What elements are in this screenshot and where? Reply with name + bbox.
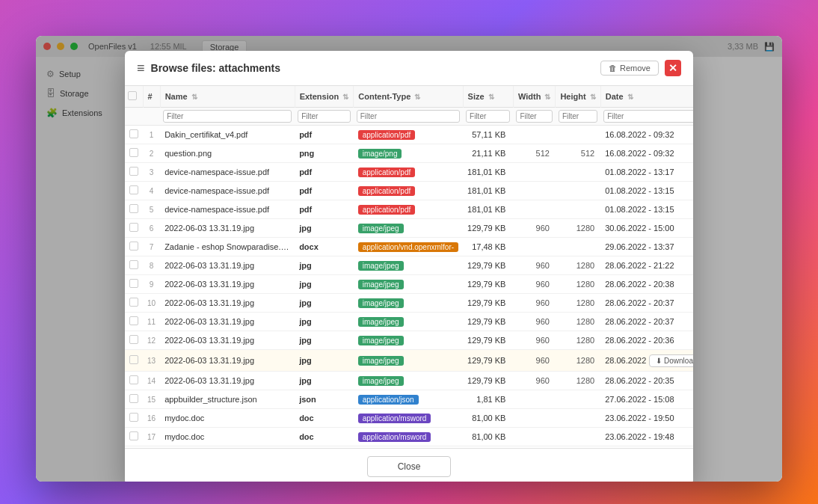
- ext-value: jpg: [299, 317, 312, 326]
- remove-icon: 🗑: [609, 64, 617, 73]
- modal-header-actions: 🗑 Remove ✕: [600, 60, 681, 76]
- modal-title-text: Browse files: attachments: [151, 62, 281, 74]
- footer-close-button[interactable]: Close: [367, 456, 452, 477]
- row-content-type: image/jpeg: [354, 219, 463, 238]
- content-type-badge: image/jpeg: [358, 224, 404, 233]
- table-row: 132022-06-03 13.31.19.jpgjpgimage/jpeg12…: [141, 350, 693, 372]
- content-type-badge: image/jpeg: [358, 356, 404, 366]
- content-type-badge: image/jpeg: [358, 336, 404, 345]
- col-width[interactable]: Width ⇅: [513, 86, 556, 108]
- modal-dialog: ≡ Browse files: attachments 🗑 Remove ✕: [141, 57, 693, 482]
- table-row: 3device-namespace-issue.pdfpdfapplicatio…: [141, 163, 693, 182]
- row-content-type: image/jpeg: [354, 331, 463, 350]
- row-content-type: image/jpeg: [354, 275, 463, 294]
- row-content-type: image/jpeg: [354, 313, 463, 331]
- table-container[interactable]: # Name ⇅ Extension ⇅ Content-Type ⇅ Size…: [141, 86, 693, 448]
- row-num: 8: [143, 256, 160, 275]
- row-name: 2022-06-03 13.31.19.jpg: [160, 350, 295, 372]
- row-num: 5: [143, 200, 160, 219]
- table-row: 142022-06-03 13.31.19.jpgjpgimage/jpeg12…: [141, 372, 693, 390]
- row-date: 30.06.2022 - 15:00: [600, 219, 693, 238]
- row-width: [513, 126, 556, 144]
- col-height[interactable]: Height ⇅: [556, 86, 600, 108]
- filter-date[interactable]: [603, 110, 693, 123]
- row-content-type: image/jpeg: [354, 294, 463, 313]
- download-button[interactable]: ⬇ Download: [649, 354, 693, 367]
- row-size: 181,01 KB: [463, 163, 513, 182]
- col-date[interactable]: Date ⇅: [600, 86, 693, 108]
- row-name: device-namespace-issue.pdf: [160, 182, 295, 200]
- row-extension: jpg: [295, 372, 354, 390]
- row-num: 3: [143, 163, 160, 182]
- ext-value: json: [299, 395, 316, 404]
- content-type-badge: application/msword: [358, 432, 431, 442]
- row-num: 15: [143, 390, 160, 409]
- row-width: 960: [513, 331, 556, 350]
- row-num: 4: [143, 182, 160, 200]
- table-row: 7Zadanie - eshop Snowparadise.docxdocxap…: [141, 238, 693, 256]
- row-name: 2022-06-03 13.31.19.jpg: [160, 256, 295, 275]
- col-extension[interactable]: Extension ⇅: [295, 86, 354, 108]
- width-sort-icon: ⇅: [544, 93, 550, 101]
- main-content: ≡ Browse files: attachments 🗑 Remove ✕: [141, 57, 782, 482]
- col-size[interactable]: Size ⇅: [463, 86, 513, 108]
- ext-value: jpg: [299, 356, 312, 365]
- row-width: 960: [513, 313, 556, 331]
- ext-value: docx: [299, 242, 319, 251]
- row-num: 13: [143, 350, 160, 372]
- row-content-type: image/png: [354, 144, 463, 163]
- content-type-badge: image/jpeg: [358, 280, 404, 289]
- ext-value: doc: [299, 414, 314, 422]
- date-text: 28.06.2022: [605, 356, 646, 365]
- filter-height[interactable]: [559, 110, 597, 123]
- row-date: 28.06.2022 - 20:37: [600, 313, 693, 331]
- row-date: 28.06.2022 - 21:22: [600, 256, 693, 275]
- row-size: 129,79 KB: [463, 275, 513, 294]
- content-type-badge: application/json: [358, 395, 419, 405]
- table-row: 15appbuilder_structure.jsonjsonapplicati…: [141, 390, 693, 409]
- row-date: 16.08.2022 - 09:32: [600, 126, 693, 144]
- row-content-type: image/jpeg: [354, 256, 463, 275]
- row-size: 17,48 KB: [463, 238, 513, 256]
- row-extension: jpg: [295, 219, 354, 238]
- filter-extension[interactable]: [298, 110, 351, 123]
- row-size: 129,79 KB: [463, 350, 513, 372]
- row-content-type: application/msword: [354, 409, 463, 428]
- row-name: appbuilder_structure.json: [160, 390, 295, 409]
- row-width: 960: [513, 294, 556, 313]
- row-name: Dakin_certifikat_v4.pdf: [160, 126, 295, 144]
- content-type-badge: application/pdf: [358, 168, 416, 177]
- modal-overlay: ≡ Browse files: attachments 🗑 Remove ✕: [141, 57, 782, 482]
- row-width: [513, 390, 556, 409]
- table-row: 92022-06-03 13.31.19.jpgjpgimage/jpeg129…: [141, 275, 693, 294]
- row-width: 960: [513, 256, 556, 275]
- filter-size[interactable]: [466, 110, 510, 123]
- row-size: 81,00 KB: [463, 409, 513, 428]
- row-height: 1280: [556, 256, 600, 275]
- name-sort-icon: ⇅: [191, 93, 197, 101]
- row-size: 81,00 KB: [463, 428, 513, 446]
- col-num: #: [143, 86, 160, 108]
- filter-name[interactable]: [163, 110, 292, 123]
- size-sort-icon: ⇅: [488, 93, 494, 101]
- row-date: 16.08.2022 - 09:32: [600, 144, 693, 163]
- row-name: mydoc.doc: [160, 409, 295, 428]
- row-width: [513, 238, 556, 256]
- remove-button[interactable]: 🗑 Remove: [600, 61, 659, 76]
- row-width: [513, 163, 556, 182]
- row-num: 14: [143, 372, 160, 390]
- row-height: 512: [556, 144, 600, 163]
- modal-close-button[interactable]: ✕: [665, 60, 681, 76]
- ext-value: jpg: [299, 224, 312, 233]
- filter-content-type[interactable]: [357, 110, 460, 123]
- col-name[interactable]: Name ⇅: [160, 86, 295, 108]
- filter-width[interactable]: [516, 110, 553, 123]
- row-extension: jpg: [295, 275, 354, 294]
- modal-header: ≡ Browse files: attachments 🗑 Remove ✕: [141, 57, 693, 86]
- row-size: 129,79 KB: [463, 256, 513, 275]
- row-extension: jpg: [295, 331, 354, 350]
- row-name: Zadanie - eshop Snowparadise.docx: [160, 238, 295, 256]
- ext-value: doc: [299, 432, 314, 441]
- col-content-type[interactable]: Content-Type ⇅: [354, 86, 463, 108]
- row-num: 16: [143, 409, 160, 428]
